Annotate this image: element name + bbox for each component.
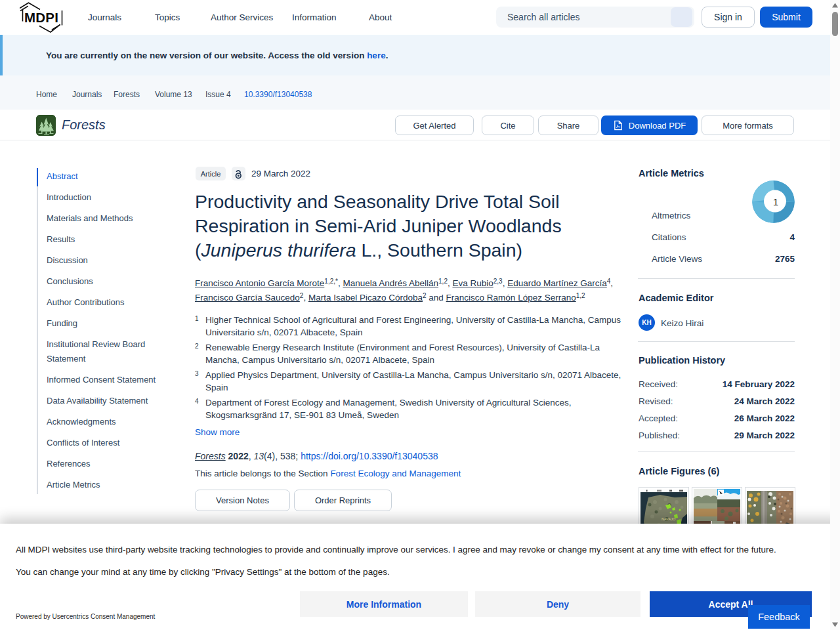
svg-text:MDPI: MDPI [24,10,58,25]
svg-text:1: 1 [773,197,778,207]
svg-text:NAVAJO: NAVAJO [662,517,676,521]
